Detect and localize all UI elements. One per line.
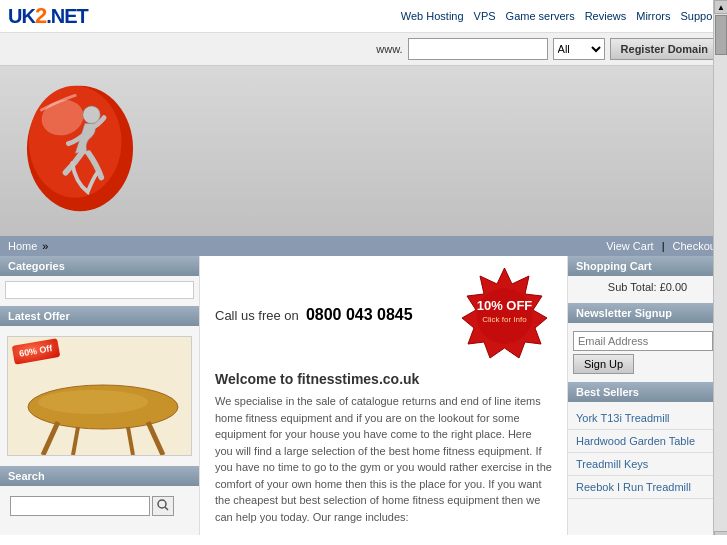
welcome-text: We specialise in the sale of catalogue r… <box>215 393 552 525</box>
nav-reviews[interactable]: Reviews <box>585 10 627 22</box>
signup-button[interactable]: Sign Up <box>573 354 634 374</box>
offer-phone-row: Call us free on 0800 043 0845 10% OFF Cl… <box>215 266 552 363</box>
best-seller-item-1[interactable]: Hardwood Garden Table <box>568 430 727 453</box>
subtotal-value: £0.00 <box>660 281 688 293</box>
best-seller-item-2[interactable]: Treadmill Keys <box>568 453 727 476</box>
search-input[interactable] <box>10 496 150 516</box>
svg-point-5 <box>38 390 148 414</box>
domain-registration-bar: www. All .com .co.uk .net Register Domai… <box>0 33 727 66</box>
best-sellers-section: Best Sellers York T13i Treadmill Hardwoo… <box>568 382 727 504</box>
latest-offer-image[interactable]: 60% Off <box>7 336 192 456</box>
categories-title: Categories <box>0 256 199 276</box>
welcome-title: Welcome to fitnesstimes.co.uk <box>215 371 552 387</box>
cart-subtotal: Sub Total: £0.00 <box>568 276 727 298</box>
categories-content <box>0 276 199 306</box>
register-domain-button[interactable]: Register Domain <box>610 38 719 60</box>
nav-web-hosting[interactable]: Web Hosting <box>401 10 464 22</box>
page-scrollbar: ▲ ▼ <box>713 0 727 535</box>
svg-line-8 <box>73 427 78 455</box>
domain-input[interactable] <box>408 38 548 60</box>
scrollbar-up-button[interactable]: ▲ <box>714 0 727 14</box>
cart-title: Shopping Cart <box>568 256 727 276</box>
search-button[interactable] <box>152 496 174 516</box>
nav-vps[interactable]: VPS <box>474 10 496 22</box>
search-section <box>0 486 199 526</box>
domain-extension-select[interactable]: All .com .co.uk .net <box>553 38 605 60</box>
latest-offer-content: 60% Off <box>0 326 199 466</box>
www-label: www. <box>376 43 402 55</box>
scrollbar-down-button[interactable]: ▼ <box>714 531 727 535</box>
shopping-cart-section: Shopping Cart Sub Total: £0.00 <box>568 256 727 298</box>
newsletter-section: Newsletter Signup Sign Up <box>568 303 727 382</box>
hero-banner <box>0 66 713 236</box>
nav-mirrors[interactable]: Mirrors <box>636 10 670 22</box>
phone-number: 0800 043 0845 <box>306 306 413 323</box>
subtotal-label: Sub Total: <box>608 281 657 293</box>
email-input[interactable] <box>573 331 713 351</box>
scrollbar-thumb[interactable] <box>715 15 727 55</box>
main-layout: Categories Latest Offer <box>0 256 727 535</box>
left-sidebar: Categories Latest Offer <box>0 256 200 535</box>
best-seller-item-0[interactable]: York T13i Treadmill <box>568 407 727 430</box>
newsletter-title: Newsletter Signup <box>568 303 727 323</box>
nav-game-servers[interactable]: Game servers <box>506 10 575 22</box>
svg-text:10% OFF: 10% OFF <box>477 298 533 313</box>
svg-line-6 <box>43 422 58 455</box>
cart-nav: View Cart | Checkout <box>606 240 719 252</box>
latest-offer-title: Latest Offer <box>0 306 199 326</box>
right-sidebar: Shopping Cart Sub Total: £0.00 Newslette… <box>567 256 727 535</box>
svg-line-9 <box>128 427 133 455</box>
offer-badge[interactable]: 10% OFF Click for Info <box>457 266 552 363</box>
svg-text:Click for Info: Click for Info <box>482 315 527 324</box>
best-sellers-title: Best Sellers <box>568 382 727 402</box>
top-nav-links: Web Hosting VPS Game servers Reviews Mir… <box>401 10 719 22</box>
svg-point-10 <box>158 500 166 508</box>
search-icon <box>157 499 169 511</box>
newsletter-form: Sign Up <box>568 323 727 382</box>
logo-area: UK2.NET <box>8 3 88 29</box>
phone-line: Call us free on 0800 043 0845 <box>215 306 413 324</box>
center-content: Call us free on 0800 043 0845 10% OFF Cl… <box>200 256 567 535</box>
search-title: Search <box>0 466 199 486</box>
phone-label: Call us free on <box>215 308 299 323</box>
starburst-svg: 10% OFF Click for Info <box>457 266 552 361</box>
welcome-section: Welcome to fitnesstimes.co.uk We special… <box>215 371 552 525</box>
cart-nav-divider: | <box>662 240 665 252</box>
top-navigation: UK2.NET Web Hosting VPS Game servers Rev… <box>0 0 727 33</box>
site-logo: UK2.NET <box>8 3 88 29</box>
best-seller-item-3[interactable]: Reebok I Run Treadmill <box>568 476 727 499</box>
home-link[interactable]: Home <box>8 240 37 252</box>
breadcrumb-separator: » <box>42 240 48 252</box>
svg-point-3 <box>83 106 100 123</box>
view-cart-link[interactable]: View Cart <box>606 240 653 252</box>
best-sellers-list: York T13i Treadmill Hardwood Garden Tabl… <box>568 402 727 504</box>
svg-line-7 <box>148 422 163 455</box>
fitness-logo <box>20 81 140 216</box>
svg-line-11 <box>165 507 168 510</box>
breadcrumb: Home » <box>8 240 48 252</box>
sub-navigation: Home » View Cart | Checkout <box>0 236 727 256</box>
